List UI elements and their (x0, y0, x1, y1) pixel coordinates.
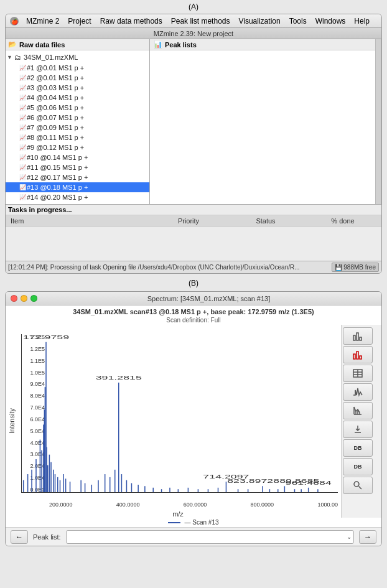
menubar-appname[interactable]: MZmine 2 (22, 14, 63, 28)
scan-item-2[interactable]: 📈 #2 @0.01 MS1 p + (6, 73, 149, 83)
folder-row[interactable]: ▼ 🗂 34SM_01.mzXML (6, 52, 149, 63)
scan-label: #5 @0.06 MS1 p + (27, 104, 84, 111)
spectrum-legend: — Scan #13 (6, 518, 381, 527)
menubar-help[interactable]: Help (350, 14, 374, 28)
spectrum-body: Intensity 0.0E01.0E42.0E43.0E44.0E45.0E4… (6, 325, 381, 518)
scan-item-1[interactable]: 📈 #1 @0.01 MS1 p + (6, 63, 149, 73)
window-title-bar: Spectrum: [34SM_01.mzXML; scan #13] (6, 292, 381, 306)
scan-icon: 📈 (19, 65, 26, 71)
scan-icon: 📈 (19, 114, 26, 121)
svg-rect-65 (360, 356, 361, 359)
db-search-button[interactable]: DB (343, 439, 373, 457)
status-bar: [12:01:24 PM]: Processing of task Openin… (6, 261, 381, 273)
svg-rect-61 (357, 333, 358, 340)
svg-text:391.2815: 391.2815 (96, 375, 142, 381)
scan-item-6[interactable]: 📈 #6 @0.07 MS1 p + (6, 113, 149, 123)
scan-label: #10 @0.14 MS1 p + (27, 154, 88, 161)
menubar: 🍎 MZmine 2 Project Raw data methods Peak… (6, 14, 381, 28)
close-button[interactable] (11, 295, 17, 302)
scan-icon: 📈 (19, 154, 26, 161)
col-priority: Priority (150, 217, 227, 225)
traffic-lights (11, 295, 37, 302)
table-button[interactable] (343, 365, 373, 382)
export-button[interactable] (343, 421, 373, 438)
prev-scan-button[interactable]: ← (11, 530, 28, 544)
axis-settings-button[interactable] (343, 402, 373, 419)
magnify-button[interactable] (343, 477, 373, 494)
label-b: (B) (0, 276, 387, 289)
file-tree-icon: 📂 (8, 40, 17, 49)
peak-list-icon: 📊 (154, 40, 162, 49)
x-tick: 800.0000 (251, 502, 274, 508)
scan-icon: 📈 (19, 184, 26, 190)
spectrum-window-title: Spectrum: [34SM_01.mzXML; scan #13] (41, 295, 376, 302)
peak-list-title: Peak lists (165, 41, 197, 49)
scan-item-7[interactable]: 📈 #7 @0.09 MS1 p + (6, 123, 149, 133)
scan-label: #2 @0.01 MS1 p + (27, 74, 84, 82)
menubar-windows[interactable]: Windows (311, 14, 350, 28)
bar-chart-red-button[interactable] (343, 346, 373, 363)
svg-text:961.4684: 961.4684 (286, 479, 332, 485)
status-memory: 💾 988MB free (332, 263, 379, 272)
scan-label: #14 @0.20 MS1 p + (27, 194, 88, 201)
spectrum-view-button[interactable] (343, 383, 373, 401)
scan-label: #8 @0.11 MS1 p + (27, 134, 84, 141)
scan-item-10[interactable]: 📈 #10 @0.14 MS1 p + (6, 152, 149, 162)
menubar-tools[interactable]: Tools (285, 14, 311, 28)
menubar-peaklist[interactable]: Peak list methods (167, 14, 235, 28)
scan-item-8[interactable]: 📈 #8 @0.11 MS1 p + (6, 133, 149, 142)
tasks-header: Tasks in progress... (6, 205, 381, 215)
scan-item-13[interactable]: 📈 #13 @0.18 MS1 p + (6, 182, 149, 192)
svg-line-76 (359, 487, 362, 490)
db-button[interactable]: DB (343, 458, 373, 475)
scan-item-11[interactable]: 📈 #11 @0.15 MS1 p + (6, 162, 149, 172)
memory-icon: 💾 (335, 264, 342, 271)
scan-icon: 📈 (19, 95, 26, 101)
bar-chart-button[interactable] (343, 327, 373, 345)
minimize-button[interactable] (21, 295, 27, 302)
scan-item-12[interactable]: 📈 #12 @0.17 MS1 p + (6, 172, 149, 182)
x-tick: 200.0000 (49, 502, 73, 508)
scan-icon: 📈 (19, 144, 26, 151)
scan-icon: 📈 (19, 164, 26, 170)
peak-list-select[interactable] (66, 530, 354, 544)
menubar-visualization[interactable]: Visualization (234, 14, 284, 28)
scan-item-15[interactable]: 📈 #15 @0.22 MS1 p + (6, 202, 149, 204)
maximize-button[interactable] (30, 295, 37, 302)
scan-icon: 📈 (19, 75, 26, 81)
window-title: MZmine 2.39: New project (6, 28, 381, 39)
label-a: (A) (0, 0, 387, 12)
col-done: % done (304, 217, 381, 225)
scan-item-5[interactable]: 📈 #5 @0.06 MS1 p + (6, 103, 149, 113)
scan-label: #11 @0.15 MS1 p + (27, 164, 88, 171)
scan-item-14[interactable]: 📈 #14 @0.20 MS1 p + (6, 192, 149, 202)
next-scan-button[interactable]: → (359, 530, 376, 544)
panel-a: 🍎 MZmine 2 Project Raw data methods Peak… (5, 14, 382, 274)
x-tick: 1000.00 (317, 502, 338, 508)
folder-icon: 🗂 (14, 54, 21, 61)
svg-rect-64 (357, 352, 358, 359)
menubar-project[interactable]: Project (63, 14, 95, 28)
svg-point-75 (354, 482, 359, 487)
scan-list: 📈 #1 @0.01 MS1 p + 📈 #2 @0.01 MS1 p + 📈 … (6, 63, 149, 204)
menubar-rawdata[interactable]: Raw data methods (96, 14, 167, 28)
legend-line (168, 522, 180, 523)
folder-name: 34SM_01.mzXML (24, 54, 78, 61)
folder-expand-icon: ▼ (7, 54, 13, 60)
spectrum-title: 34SM_01.mzXML scan#13 @0.18 MS1 p +, bas… (6, 307, 381, 317)
x-tick: 400.0000 (116, 502, 140, 508)
scan-label: #4 @0.04 MS1 p + (27, 94, 84, 101)
memory-text: 988MB free (343, 264, 376, 271)
scan-item-4[interactable]: 📈 #4 @0.04 MS1 p + (6, 93, 149, 103)
scan-item-9[interactable]: 📈 #9 @0.12 MS1 p + (6, 142, 149, 152)
bottom-bar: ← Peak list: ⌄ → (6, 527, 381, 546)
tasks-area: Tasks in progress... Item Priority Statu… (6, 204, 381, 261)
scan-label: #3 @0.03 MS1 p + (27, 84, 84, 91)
spectrum-header: 34SM_01.mzXML scan#13 @0.18 MS1 p +, bas… (6, 306, 381, 325)
scan-icon: 📈 (19, 85, 26, 91)
peak-list-header: 📊 Peak lists (150, 39, 375, 50)
spectrum-svg: 172.9759391.2815714.2097823.8972889.8685… (22, 334, 338, 492)
db-label: DB (354, 445, 362, 451)
svg-rect-62 (360, 337, 361, 340)
scan-item-3[interactable]: 📈 #3 @0.03 MS1 p + (6, 83, 149, 93)
